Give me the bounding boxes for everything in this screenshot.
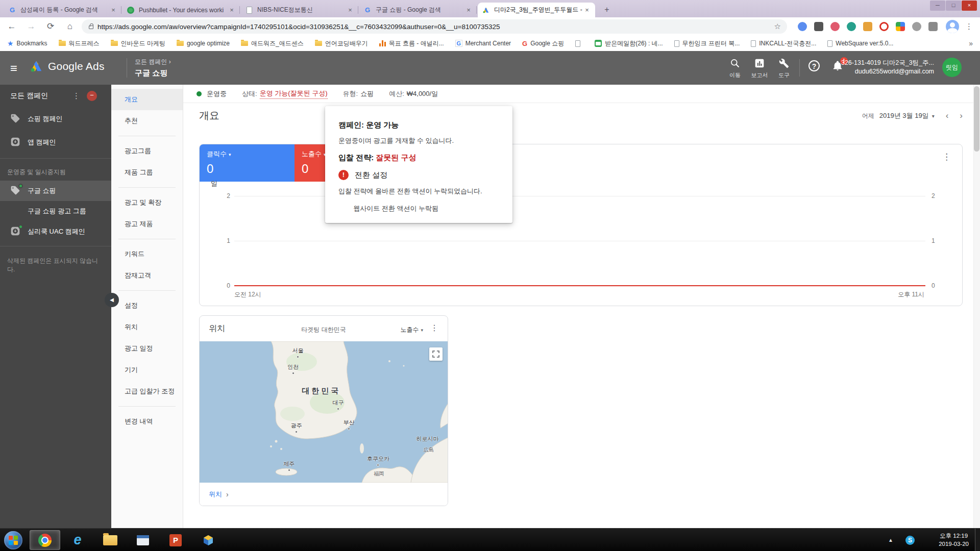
tab-close-icon[interactable]: × [464, 6, 473, 14]
bookmark-item[interactable]: GMerchant Center [455, 40, 511, 47]
extension-icon[interactable] [814, 22, 823, 31]
menu-item-ad-products[interactable]: 광고 제품 [111, 213, 183, 235]
extension-icon[interactable] [798, 22, 807, 31]
taskbar-powerpoint-button[interactable]: P [160, 530, 191, 550]
date-range-selector[interactable]: 어제 2019년 3월 19일 ▾ ‹ › [862, 111, 963, 121]
sidebar-item-app-campaigns[interactable]: 앱 캠페인 [0, 131, 111, 154]
all-campaigns-header[interactable]: 모든 캠페인 ⋮ − [0, 85, 111, 107]
menu-item-recommendations[interactable]: 추천 [111, 110, 183, 132]
metric-box-clicks[interactable]: 클릭수▾ 0 [200, 144, 295, 182]
menu-item-ad-groups[interactable]: 광고그룹 [111, 140, 183, 162]
account-info[interactable]: 326-131-4019 디마2국_3팀_주... dudu6255world@… [841, 59, 934, 76]
status-value-misconfigured[interactable]: 운영 가능(잘못된 구성) [260, 89, 328, 99]
browser-tab-2[interactable]: Pushbullet - Your devices worki × [122, 3, 240, 17]
extension-icon[interactable] [928, 22, 938, 31]
menu-item-change-history[interactable]: 변경 내역 [111, 411, 183, 432]
browser-tab-3[interactable]: NIBS-NICE정보통신 × [241, 3, 358, 17]
taskbar-editor-button[interactable] [128, 530, 158, 550]
menu-item-product-groups[interactable]: 제품 그룹 [111, 162, 183, 183]
sidebar-campaign-uac[interactable]: 실리쿡 UAC 캠페인 [0, 221, 111, 242]
sidebar-item-shopping-campaigns[interactable]: 쇼핑 캠페인 [0, 107, 111, 131]
tray-app[interactable]: S [898, 529, 915, 551]
extension-icon[interactable] [879, 22, 889, 31]
tab-close-icon[interactable]: × [346, 6, 354, 14]
forward-button[interactable]: → [23, 19, 39, 34]
menu-item-ad-schedule[interactable]: 광고 일정 [111, 338, 183, 359]
bookmark-item[interactable]: 무한잉크 프린터 복... [674, 39, 740, 48]
window-minimize-button[interactable]: ─ [930, 1, 945, 11]
bookmark-star-icon[interactable]: ☆ [774, 22, 781, 31]
browser-tab-active[interactable]: 디마2국_3팀_주영빈_두두월드 - × [478, 3, 595, 17]
card-more-icon[interactable]: ⋮ [942, 152, 951, 162]
search-nav-button[interactable]: 이동 [723, 57, 747, 79]
scrollbar-thumb[interactable] [974, 86, 979, 152]
scrollbar-track[interactable] [973, 85, 980, 528]
taskbar-explorer-button[interactable] [95, 530, 126, 550]
bookmark-item[interactable]: 목표 흐름 - 애널리... [379, 39, 444, 48]
bookmark-item[interactable]: ★Bookmarks [7, 39, 47, 47]
extension-icon[interactable] [830, 22, 840, 31]
breadcrumb-all-campaigns[interactable]: 모든 캠페인 › [135, 58, 171, 66]
address-bar[interactable]: ☆ [82, 19, 787, 34]
account-avatar[interactable]: 릿임 [942, 58, 962, 77]
taskbar-ie-button[interactable]: e [62, 530, 93, 550]
chart-granularity[interactable]: 일 [211, 179, 217, 188]
bookmarks-overflow-button[interactable]: » [969, 39, 973, 47]
menu-item-ads-extensions[interactable]: 광고 및 확장 [111, 192, 183, 213]
bookmark-item[interactable] [575, 40, 583, 47]
menu-item-locations[interactable]: 위치 [111, 316, 183, 338]
bookmark-folder[interactable]: 언어코딩배우기 [315, 39, 368, 48]
taskbar-chrome-button[interactable] [30, 530, 60, 550]
menu-item-advanced-bid-adj[interactable]: 고급 입찰가 조정 [111, 381, 183, 402]
bookmark-folder[interactable]: 애드워즈_애드센스 [241, 39, 304, 48]
budget-value[interactable]: ₩4,000/일 [407, 89, 438, 98]
map-metric-selector[interactable]: 노출수▾ [400, 325, 423, 334]
bookmark-folder[interactable]: google optimize [177, 40, 230, 47]
sidebar-ad-group[interactable]: 구글 쇼핑 광고 그룹 [0, 201, 111, 221]
home-button[interactable]: ⌂ [62, 19, 78, 34]
window-close-button[interactable]: × [962, 1, 977, 11]
next-date-button[interactable]: › [960, 111, 963, 121]
back-button[interactable]: ← [4, 19, 19, 34]
browser-tab-4[interactable]: G 구글 쇼핑 - Google 검색 × [359, 3, 477, 17]
menu-item-overview[interactable]: 개요 [111, 89, 183, 110]
browser-menu-icon[interactable]: ⋮ [965, 22, 973, 31]
extension-icon[interactable] [847, 22, 856, 31]
extension-icon[interactable] [863, 22, 872, 31]
help-button[interactable]: ? [808, 60, 820, 71]
new-tab-button[interactable]: + [600, 4, 614, 17]
extension-icon[interactable] [896, 22, 905, 31]
tray-expand[interactable]: ▲ [888, 529, 893, 551]
google-ads-logo[interactable]: Google Ads [30, 60, 105, 73]
bookmark-item[interactable]: WebSquare ver:5.0... [827, 40, 893, 47]
url-input[interactable] [97, 23, 774, 31]
prev-date-button[interactable]: ‹ [946, 111, 949, 121]
sidebar-campaign-google-shopping[interactable]: 구글 쇼핑 [0, 181, 111, 201]
taskbar-app-button[interactable] [193, 530, 224, 550]
map-fullscreen-button[interactable] [429, 347, 443, 361]
hamburger-menu-icon[interactable]: ≡ [10, 61, 17, 76]
tools-nav-button[interactable]: 도구 [772, 57, 796, 79]
tab-close-icon[interactable]: × [583, 6, 591, 14]
collapse-circle-button[interactable]: − [87, 91, 97, 101]
menu-item-settings[interactable]: 설정 [111, 295, 183, 316]
sidebar-collapse-button[interactable]: ◀ [105, 293, 119, 307]
reports-nav-button[interactable]: 보고서 [747, 57, 772, 79]
browser-tab-1[interactable]: G 삼성페이 등록 - Google 검색 × [4, 3, 121, 17]
start-button[interactable] [4, 531, 22, 549]
extension-icon[interactable] [912, 22, 921, 31]
menu-item-devices[interactable]: 기기 [111, 359, 183, 381]
tab-close-icon[interactable]: × [228, 6, 236, 14]
korea-map[interactable]: 서울 인천 대한민국 대구 광주 부산 제주 히로시마 広島 후쿠오카 福岡 [200, 341, 448, 483]
more-icon[interactable]: ⋮ [72, 91, 80, 101]
tab-close-icon[interactable]: × [109, 6, 117, 14]
reload-button[interactable]: ⟳ [43, 19, 58, 34]
menu-item-audiences[interactable]: 잠재고객 [111, 265, 183, 286]
window-maximize-button[interactable]: □ [946, 1, 961, 11]
taskbar-clock[interactable]: 오후 12:19 2019-03-20 [939, 532, 969, 548]
bookmark-folder[interactable]: 인바운드 마케팅 [111, 39, 165, 48]
bookmark-folder[interactable]: 워드프레스 [59, 39, 100, 48]
locations-link[interactable]: 위치 [209, 490, 222, 499]
bookmark-item[interactable]: 받은메일함(26) : 네... [595, 39, 663, 48]
bookmark-item[interactable]: GGoogle 쇼핑 [522, 39, 564, 48]
